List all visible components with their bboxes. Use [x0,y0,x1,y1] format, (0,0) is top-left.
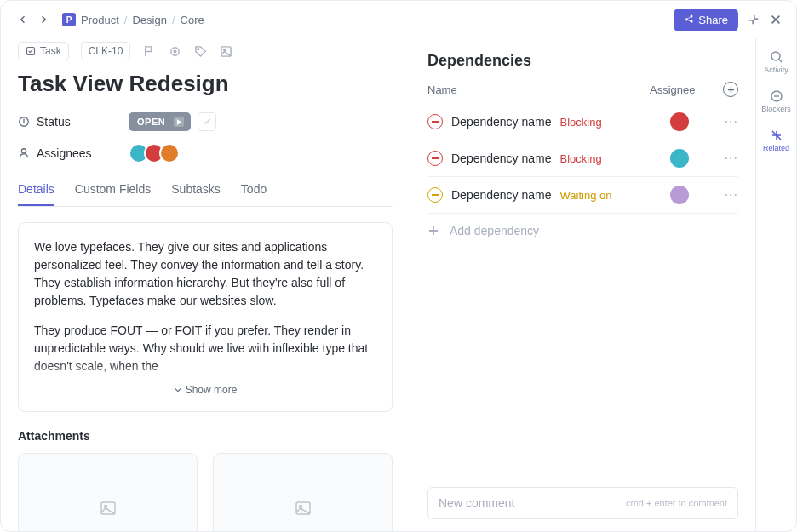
blocker-icon [427,187,443,203]
nav-forward-button[interactable] [35,11,52,28]
check-square-icon [26,46,36,56]
breadcrumb: P Product / Design / Core [62,13,204,26]
status-advance-icon [174,117,184,127]
svg-point-1 [171,47,179,54]
tab-custom-fields[interactable]: Custom Fields [75,175,151,206]
col-assignee: Assignee [650,83,718,96]
topbar: P Product / Design / Core Share [1,1,796,38]
search-icon [770,50,783,64]
dependency-row[interactable]: Dependency nameBlocking··· [427,104,738,140]
nav-back-button[interactable] [14,11,32,28]
plus-icon [427,225,439,237]
chip-action-icons [142,44,232,58]
show-more-button[interactable]: Show more [34,384,376,396]
svg-point-3 [198,48,199,49]
status-field: Status OPEN [18,112,393,131]
nav-arrows [14,11,52,28]
blocker-icon [770,89,783,103]
tab-todo[interactable]: Todo [241,175,267,206]
task-id-chip[interactable]: CLK-10 [81,42,131,60]
attachment-placeholder[interactable] [213,453,393,532]
tab-details[interactable]: Details [18,175,54,206]
breadcrumb-sep: / [124,14,128,26]
dependency-assignee[interactable] [670,112,714,131]
svg-point-5 [224,49,226,50]
comment-hint: cmd + enter to comment [626,498,727,508]
flag-icon[interactable] [142,44,156,58]
person-icon [18,147,30,159]
topbar-right: Share [674,9,783,31]
task-title[interactable]: Task View Redesign [18,71,393,97]
plus-icon [727,86,735,94]
more-icon[interactable]: ··· [714,187,738,203]
avatar [670,149,689,168]
right-panel: Dependencies Name Assignee Dependency na… [410,38,755,532]
avatar [670,186,689,204]
svg-point-2 [174,50,176,53]
svg-point-7 [21,149,26,153]
breadcrumb-item[interactable]: Product [81,14,119,26]
share-icon [684,14,694,25]
attachments-heading: Attachments [18,429,393,443]
sidebar-item-activity[interactable]: Activity [760,50,794,74]
description-card: We love typefaces. They give our sites a… [18,222,393,412]
breadcrumb-item[interactable]: Design [132,14,166,26]
description-paragraph: We love typefaces. They give our sites a… [34,238,376,310]
dependency-status: Blocking [560,152,602,165]
chip-row: Task CLK-10 [18,42,393,60]
svg-point-9 [104,506,106,508]
assignees-field: Assignees [18,143,393,163]
dependency-name: Dependency nameWaiting on [451,188,670,202]
image-icon [100,500,117,517]
minimize-icon[interactable] [747,13,760,26]
comment-input[interactable]: New comment cmd + enter to comment [427,487,738,519]
assignee-avatars[interactable] [129,143,180,163]
image-icon[interactable] [219,44,232,58]
space-icon: P [62,13,76,26]
status-label: Status [18,115,129,129]
related-icon [770,129,783,142]
more-icon[interactable]: ··· [714,114,738,129]
comment-placeholder: New comment [439,496,514,510]
attachments-row [18,453,393,532]
share-label: Share [698,14,728,26]
dependency-name: Dependency nameBlocking [451,152,670,165]
left-panel: Task CLK-10 Task View Redesign Status OP… [1,38,410,532]
sprint-icon[interactable] [168,44,181,58]
sidebar-item-related[interactable]: Related [760,129,794,152]
avatar [670,112,689,131]
dependency-row[interactable]: Dependency nameWaiting on··· [427,177,738,214]
dependency-status: Blocking [560,116,602,129]
mark-complete-button[interactable] [198,112,216,131]
dependencies-columns: Name Assignee [427,82,738,97]
more-icon[interactable]: ··· [714,151,738,166]
dependency-assignee[interactable] [670,186,714,204]
dependencies-title: Dependencies [427,52,531,70]
tag-icon[interactable] [193,44,207,58]
sidebar-item-blockers[interactable]: Blockers [760,89,794,113]
dependency-row[interactable]: Dependency nameBlocking··· [427,140,738,177]
assignees-label: Assignees [18,146,129,160]
tab-subtasks[interactable]: Subtasks [171,175,221,206]
add-dependency-icon[interactable] [718,82,738,97]
dependency-status: Waiting on [560,189,612,202]
dependency-assignee[interactable] [670,149,714,168]
svg-point-12 [771,52,780,60]
comment-area: New comment cmd + enter to comment [410,477,755,532]
col-name: Name [427,83,650,96]
svg-point-11 [299,506,301,508]
add-dependency-button[interactable]: Add dependency [427,214,738,248]
image-icon [295,500,312,517]
attachment-placeholder[interactable] [18,453,198,532]
close-icon[interactable] [769,13,783,26]
right-sidebar: Activity Blockers Related [755,38,796,532]
status-value[interactable]: OPEN [129,112,191,131]
blocker-icon [427,114,443,129]
breadcrumb-item[interactable]: Core [181,14,204,26]
chevron-down-icon [174,386,182,394]
blocker-icon [427,151,443,166]
task-type-chip[interactable]: Task [18,42,69,60]
dependencies-list: Dependency nameBlocking···Dependency nam… [427,104,738,214]
share-button[interactable]: Share [674,9,738,31]
avatar[interactable] [159,143,180,163]
